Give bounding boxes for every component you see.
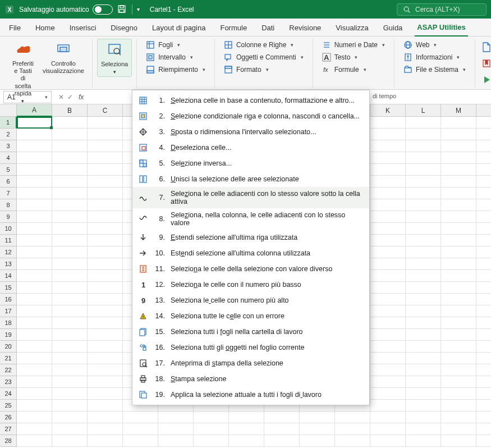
tab-dati[interactable]: Dati bbox=[259, 20, 277, 36]
cell[interactable] bbox=[88, 282, 123, 294]
cell[interactable] bbox=[88, 270, 123, 282]
save-icon[interactable] bbox=[117, 4, 127, 15]
cell[interactable] bbox=[88, 388, 123, 400]
ribbon-item-colonne-e-righe[interactable]: Colonne e Righe▾ bbox=[222, 40, 306, 50]
row-header[interactable]: 25 bbox=[0, 400, 17, 412]
cell[interactable] bbox=[88, 117, 123, 129]
cell[interactable] bbox=[406, 258, 441, 270]
row-header[interactable]: 1 bbox=[0, 117, 17, 129]
cell[interactable] bbox=[88, 211, 123, 223]
cell[interactable] bbox=[406, 117, 441, 129]
cell[interactable] bbox=[52, 188, 88, 199]
row-header[interactable]: 17 bbox=[0, 305, 17, 317]
row-header[interactable]: 6 bbox=[0, 176, 17, 188]
cell[interactable] bbox=[476, 376, 491, 388]
cell[interactable] bbox=[17, 364, 52, 376]
cell[interactable] bbox=[476, 199, 491, 211]
menu-item-4[interactable]: 4.Deseleziona celle... bbox=[132, 140, 369, 156]
cell[interactable] bbox=[17, 140, 52, 152]
cell[interactable] bbox=[264, 412, 300, 423]
cell[interactable] bbox=[370, 140, 406, 152]
cell[interactable] bbox=[52, 117, 88, 129]
cell[interactable] bbox=[476, 294, 491, 305]
cell[interactable] bbox=[229, 435, 264, 447]
cell[interactable] bbox=[476, 353, 491, 364]
cell[interactable] bbox=[441, 258, 476, 270]
cell[interactable] bbox=[476, 388, 491, 400]
cell[interactable] bbox=[441, 388, 476, 400]
row-header[interactable]: 16 bbox=[0, 294, 17, 305]
cell[interactable] bbox=[264, 423, 300, 435]
cell[interactable] bbox=[17, 329, 52, 341]
cell[interactable] bbox=[441, 246, 476, 258]
cell[interactable] bbox=[300, 423, 335, 435]
row-header[interactable]: 28 bbox=[0, 435, 17, 447]
cell[interactable] bbox=[88, 317, 123, 329]
cell[interactable] bbox=[441, 435, 476, 447]
cell[interactable] bbox=[52, 211, 88, 223]
cell[interactable] bbox=[88, 423, 123, 435]
cell[interactable] bbox=[476, 258, 491, 270]
cell[interactable] bbox=[406, 270, 441, 282]
cell[interactable] bbox=[476, 435, 491, 447]
cell[interactable] bbox=[88, 129, 123, 140]
cell[interactable] bbox=[88, 235, 123, 246]
row-header[interactable]: 9 bbox=[0, 211, 17, 223]
cell[interactable] bbox=[370, 317, 406, 329]
menu-item-8[interactable]: 8.Seleziona, nella colonna, le celle adi… bbox=[132, 208, 369, 230]
menu-item-13[interactable]: 913.Seleziona le celle con numero più al… bbox=[132, 292, 369, 308]
cell[interactable] bbox=[406, 317, 441, 329]
cell[interactable] bbox=[17, 152, 52, 164]
tab-revisione[interactable]: Revisione bbox=[287, 20, 323, 36]
cell[interactable] bbox=[17, 341, 52, 353]
cell[interactable] bbox=[88, 164, 123, 176]
cell[interactable] bbox=[406, 282, 441, 294]
cell[interactable] bbox=[441, 270, 476, 282]
cell[interactable] bbox=[406, 294, 441, 305]
cell[interactable] bbox=[370, 270, 406, 282]
cell[interactable] bbox=[441, 235, 476, 246]
cell[interactable] bbox=[52, 270, 88, 282]
cell[interactable] bbox=[88, 353, 123, 364]
cell[interactable] bbox=[370, 388, 406, 400]
cell[interactable] bbox=[476, 188, 491, 199]
cell[interactable] bbox=[335, 435, 370, 447]
cell[interactable] bbox=[17, 199, 52, 211]
ribbon-item-fogli[interactable]: Fogli▾ bbox=[144, 40, 208, 50]
cell[interactable] bbox=[229, 423, 264, 435]
cell[interactable] bbox=[52, 376, 88, 388]
cell[interactable] bbox=[441, 211, 476, 223]
cell[interactable] bbox=[17, 423, 52, 435]
cell[interactable] bbox=[370, 258, 406, 270]
cell[interactable] bbox=[52, 129, 88, 140]
cell[interactable] bbox=[370, 199, 406, 211]
cell[interactable] bbox=[17, 317, 52, 329]
controllo-vis-button[interactable]: Controllo visualizzazione bbox=[39, 39, 88, 106]
cell[interactable] bbox=[52, 317, 88, 329]
ribbon-item-formule[interactable]: fxFormule▾ bbox=[320, 65, 387, 75]
row-header[interactable]: 21 bbox=[0, 353, 17, 364]
cell[interactable] bbox=[406, 235, 441, 246]
cell[interactable] bbox=[370, 246, 406, 258]
cell[interactable] bbox=[17, 294, 52, 305]
cell[interactable] bbox=[88, 364, 123, 376]
cell[interactable] bbox=[441, 412, 476, 423]
row-header[interactable]: 26 bbox=[0, 412, 17, 423]
cell[interactable] bbox=[406, 211, 441, 223]
menu-item-11[interactable]: 11.Seleziona le celle della selezione co… bbox=[132, 261, 369, 277]
cell[interactable] bbox=[88, 412, 123, 423]
cell[interactable] bbox=[88, 223, 123, 235]
cell[interactable] bbox=[88, 152, 123, 164]
cell[interactable] bbox=[52, 282, 88, 294]
cell[interactable] bbox=[476, 270, 491, 282]
autosave-toggle[interactable]: Salvataggio automatico bbox=[19, 4, 113, 15]
menu-item-16[interactable]: 16.Seleziona tutti gli oggetti nel fogli… bbox=[132, 340, 369, 355]
cell[interactable] bbox=[370, 176, 406, 188]
cell[interactable] bbox=[52, 423, 88, 435]
cell[interactable] bbox=[88, 188, 123, 199]
cell[interactable] bbox=[17, 388, 52, 400]
column-header[interactable]: L bbox=[406, 104, 441, 117]
ribbon-item-testo[interactable]: ATesto▾ bbox=[320, 52, 387, 62]
cell[interactable] bbox=[17, 435, 52, 447]
cell[interactable] bbox=[476, 223, 491, 235]
